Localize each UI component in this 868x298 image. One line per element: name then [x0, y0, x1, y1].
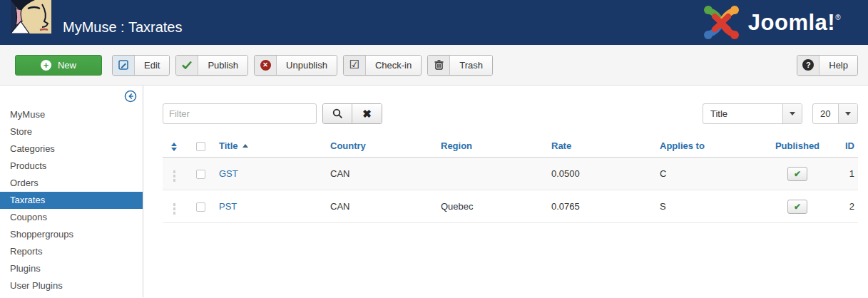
sidebar-collapse-row: [0, 90, 143, 104]
avatar-image: [11, 0, 51, 34]
trash-button-label: Trash: [450, 56, 492, 75]
limit-caret[interactable]: [838, 104, 857, 123]
sort-by-select[interactable]: Title: [703, 103, 802, 124]
clear-button[interactable]: ✖: [352, 104, 382, 123]
clear-x-icon: ✖: [362, 108, 372, 119]
toolbar: + New Edit Publish ✕ Unpublish ☑ Check-i…: [0, 45, 868, 86]
search-button[interactable]: [323, 104, 352, 123]
filter-bar: ✖ Title 20: [163, 103, 858, 124]
row-select-cell: [185, 158, 215, 190]
check-icon: ✔: [794, 170, 801, 178]
sidebar-item-reports[interactable]: Reports: [0, 243, 143, 260]
sidebar-item-categories[interactable]: Categories: [0, 140, 143, 158]
published-toggle-button[interactable]: ✔: [787, 200, 807, 214]
row-rate-cell: 0.0500: [548, 158, 656, 190]
table-header-row: Title Country Region Rate Applies to Pub…: [163, 135, 858, 158]
edit-button[interactable]: Edit: [112, 55, 170, 76]
new-button-label: New: [58, 60, 76, 71]
sidebar-item-shoppergroups[interactable]: Shoppergroups: [0, 226, 143, 243]
sort-both-icon: [171, 143, 177, 151]
sidebar-item-plugins[interactable]: Plugins: [0, 260, 143, 277]
sidebar-item-user-plugins[interactable]: User Plugins: [0, 277, 143, 294]
sidebar: MyMuse Store Categories Products Orders …: [0, 86, 143, 297]
select-all-header: [185, 135, 215, 158]
joomla-logo-text: Joomla!®: [748, 10, 841, 36]
taxrate-title-link[interactable]: GST: [219, 168, 238, 179]
row-title-cell: GST: [215, 158, 327, 190]
row-order-cell: [163, 190, 185, 223]
page-title: MyMuse : Taxrates: [63, 19, 182, 36]
published-toggle-button[interactable]: ✔: [787, 167, 807, 181]
row-country-cell: CAN: [327, 190, 437, 223]
filter-input[interactable]: [163, 103, 317, 124]
publish-check-icon: [176, 56, 198, 75]
sidebar-item-mymuse[interactable]: MyMuse: [0, 106, 143, 123]
limit-value: 20: [813, 104, 838, 123]
row-applies-to-cell: C: [656, 158, 767, 190]
row-published-cell: ✔: [767, 158, 828, 190]
check-icon: ✔: [794, 202, 801, 211]
row-checkbox[interactable]: [196, 202, 205, 212]
sidebar-item-taxrates[interactable]: Taxrates: [0, 192, 143, 209]
row-id-cell: 2: [828, 190, 858, 223]
row-published-cell: ✔: [767, 190, 828, 223]
select-all-checkbox[interactable]: [196, 142, 205, 151]
unpublish-button[interactable]: ✕ Unpublish: [254, 55, 337, 76]
chevron-down-icon: [790, 112, 795, 115]
ordering-sort-header[interactable]: [163, 135, 185, 158]
plus-circle-icon: +: [41, 60, 51, 71]
column-header-rate[interactable]: Rate: [548, 135, 656, 158]
column-header-title[interactable]: Title: [215, 135, 327, 158]
drag-handle-icon[interactable]: [170, 170, 178, 183]
user-avatar: [11, 0, 51, 34]
row-region-cell: [437, 158, 548, 190]
sort-ascending-icon: [242, 144, 248, 148]
row-title-cell: PST: [215, 190, 327, 223]
sort-by-value: Title: [703, 104, 782, 123]
taxrate-title-link[interactable]: PST: [219, 201, 237, 212]
joomla-logo-icon: [702, 4, 742, 41]
checkbox-checked-icon: ☑: [344, 56, 366, 75]
column-header-applies-to[interactable]: Applies to: [656, 135, 767, 158]
help-question-icon: ?: [797, 56, 820, 75]
search-button-group: ✖: [322, 103, 382, 124]
sidebar-item-store[interactable]: Store: [0, 123, 143, 140]
column-header-region[interactable]: Region: [437, 135, 548, 158]
column-header-published[interactable]: Published: [767, 135, 828, 158]
new-button[interactable]: + New: [15, 55, 102, 76]
sidebar-item-products[interactable]: Products: [0, 158, 143, 175]
chevron-down-icon: [845, 112, 851, 115]
main-content: ✖ Title 20: [143, 86, 868, 297]
publish-button[interactable]: Publish: [175, 55, 248, 76]
row-id-cell: 1: [828, 158, 858, 190]
column-header-country[interactable]: Country: [327, 135, 437, 158]
unpublish-button-label: Unpublish: [277, 56, 337, 75]
trash-button[interactable]: Trash: [427, 55, 493, 76]
help-button[interactable]: ? Help: [797, 55, 858, 76]
column-header-id[interactable]: ID: [828, 135, 858, 158]
registered-mark: ®: [835, 14, 841, 21]
row-select-cell: [185, 190, 215, 223]
joomla-logo: Joomla!®: [702, 4, 841, 41]
row-applies-to-cell: S: [656, 190, 767, 223]
row-checkbox[interactable]: [196, 170, 205, 179]
sidebar-item-orders[interactable]: Orders: [0, 175, 143, 192]
sort-by-caret[interactable]: [782, 104, 802, 123]
unpublish-x-icon: ✕: [255, 56, 277, 75]
row-order-cell: [163, 158, 185, 190]
checkin-button[interactable]: ☑ Check-in: [343, 55, 422, 76]
limit-select[interactable]: 20: [812, 103, 858, 124]
search-icon: [332, 108, 343, 119]
sidebar-item-coupons[interactable]: Coupons: [0, 209, 143, 226]
taxrates-table: Title Country Region Rate Applies to Pub…: [163, 135, 858, 223]
admin-header: MyMuse : Taxrates Joomla!®: [0, 0, 868, 45]
collapse-sidebar-icon[interactable]: [124, 90, 137, 106]
sidebar-nav: MyMuse Store Categories Products Orders …: [0, 106, 143, 294]
table-row: PST CAN Quebec 0.0765 S ✔ 2: [163, 190, 858, 223]
drag-handle-icon[interactable]: [170, 202, 178, 215]
table-row: GST CAN 0.0500 C ✔ 1: [163, 158, 858, 190]
checkin-button-label: Check-in: [366, 56, 421, 75]
row-rate-cell: 0.0765: [548, 190, 656, 223]
help-button-label: Help: [820, 56, 857, 75]
publish-button-label: Publish: [198, 56, 247, 75]
